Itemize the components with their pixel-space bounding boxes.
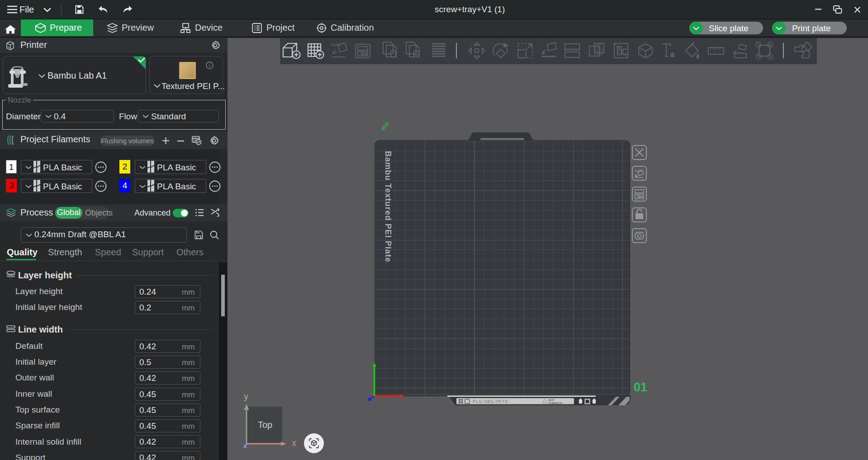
svg-text:SURFACE: SURFACE — [548, 402, 563, 405]
svg-text:a: a — [670, 50, 675, 59]
svg-text:AUTO: AUTO — [635, 169, 642, 172]
svg-text:PLA/ABS/PETG: PLA/ABS/PETG — [473, 399, 508, 404]
svg-text:HOT: HOT — [548, 399, 555, 402]
svg-text:AUTO: AUTO — [331, 43, 340, 47]
